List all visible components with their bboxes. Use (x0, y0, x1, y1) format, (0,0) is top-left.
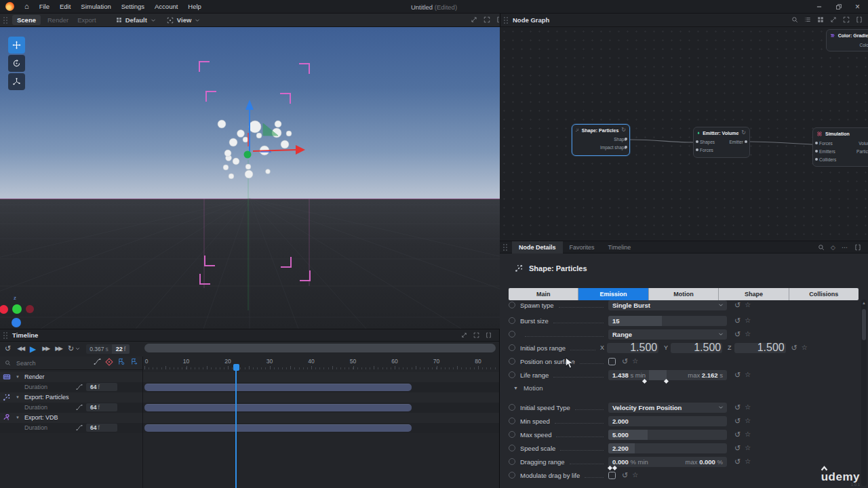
marker-arrow-icon[interactable] (130, 358, 138, 365)
panel-grip[interactable] (3, 331, 7, 339)
port-dot[interactable] (625, 138, 627, 140)
scroll-up-icon[interactable]: ▲ (861, 301, 867, 305)
track-bar[interactable] (144, 404, 412, 411)
port-dot[interactable] (815, 158, 818, 161)
menu-account[interactable]: Account (155, 3, 178, 10)
node-color-gradient[interactable]: Color: Gradient Color (826, 29, 868, 52)
initial-position-type-dropdown[interactable]: Range (608, 329, 727, 340)
list-icon[interactable] (804, 16, 811, 23)
panel-grip[interactable] (503, 16, 508, 24)
min-speed-input[interactable]: 2.000 (608, 416, 727, 426)
marker-link-icon[interactable] (117, 358, 125, 365)
minimize-button[interactable] (816, 3, 823, 10)
maximize-icon[interactable] (854, 244, 861, 251)
view-dropdown[interactable]: View (167, 16, 200, 24)
tab-timeline[interactable]: Timeline (601, 241, 638, 253)
port-dot[interactable] (745, 140, 747, 143)
tab-favorites[interactable]: Favorites (563, 241, 601, 253)
time-display[interactable]: 0.367s (86, 344, 112, 354)
reset-icon[interactable]: ↺ (734, 445, 741, 452)
favorite-star-icon[interactable]: ☆ (802, 344, 808, 351)
track-bar[interactable] (144, 384, 412, 391)
favorite-star-icon[interactable]: ☆ (745, 331, 751, 338)
panel-grip[interactable] (502, 243, 507, 251)
close-button[interactable]: × (855, 3, 860, 11)
favorite-star-icon[interactable]: ☆ (632, 472, 638, 479)
keyframe-dot[interactable] (509, 331, 515, 338)
reset-icon[interactable]: ↺ (622, 472, 628, 479)
speed-scale-input[interactable]: 2.200 (608, 443, 727, 453)
keyframe-dot[interactable] (509, 418, 515, 424)
reset-icon[interactable]: ↺ (734, 317, 741, 325)
node-refresh-icon[interactable]: ↻ (741, 130, 746, 136)
pos-range-x-input[interactable]: 1.500 (607, 343, 658, 353)
axis-x-neg-ball[interactable] (26, 305, 34, 313)
menu-simulation[interactable]: Simulation (81, 3, 111, 10)
life-range-slider[interactable]: 1.438 s min max 2.162 s (608, 370, 727, 380)
reset-icon[interactable]: ↺ (622, 358, 628, 365)
track-row-render[interactable]: ▼ Render (0, 372, 500, 382)
modulate-drag-checkbox[interactable] (608, 472, 616, 479)
layout-dropdown[interactable]: Default (116, 16, 156, 24)
range-max-handle[interactable] (664, 378, 669, 383)
keyframe-dot[interactable] (509, 371, 515, 378)
keyframe-dot[interactable] (509, 317, 515, 324)
reset-icon[interactable]: ↺ (734, 371, 741, 379)
viewport-canvas[interactable] (0, 27, 500, 329)
tab-node-details[interactable]: Node Details (512, 241, 563, 253)
reset-icon[interactable]: ↺ (734, 302, 741, 309)
axis-y-ball[interactable] (12, 304, 22, 314)
reset-icon[interactable]: ↺ (734, 331, 741, 338)
favorite-star-icon[interactable]: ☆ (745, 418, 751, 424)
fast-forward-button[interactable]: ▶▶ (55, 346, 62, 352)
axis-z-ball[interactable] (12, 318, 21, 327)
timeline-ruler[interactable]: 0 10 20 30 40 50 60 70 80 (144, 357, 496, 370)
burst-size-input[interactable]: 15 (608, 316, 727, 326)
search-icon[interactable] (791, 16, 798, 23)
track-row-export-vdb[interactable]: ▼ Export: VDB (0, 413, 500, 423)
duration-input[interactable]: 64f (86, 424, 117, 432)
scale-tool-button[interactable] (8, 73, 25, 90)
keyframe-dot[interactable] (509, 458, 515, 465)
node-graph-canvas[interactable]: Color: Gradient Color Shape: Particles ↻… (500, 27, 868, 241)
keyframe-dot[interactable] (509, 445, 515, 451)
reset-icon[interactable]: ↺ (734, 418, 741, 425)
step-forward-button[interactable]: ▶▶ (42, 346, 49, 352)
spawn-type-dropdown[interactable]: Single Burst (608, 300, 727, 310)
pos-range-z-input[interactable]: 1.500 (734, 343, 786, 353)
reset-icon[interactable]: ↺ (734, 458, 741, 466)
menu-settings[interactable]: Settings (121, 3, 144, 10)
pos-range-y-input[interactable]: 1.500 (671, 343, 722, 353)
tab-motion[interactable]: Motion (649, 288, 719, 300)
initial-speed-type-dropdown[interactable]: Velocity From Position (608, 403, 727, 413)
node-simulation[interactable]: Simulation Forces Volume Emitters Partic… (812, 127, 868, 167)
favorite-diamond-icon[interactable]: ◇ (831, 244, 835, 251)
favorite-star-icon[interactable]: ☆ (632, 358, 638, 365)
range-min-handle[interactable] (642, 378, 647, 383)
motion-section-header[interactable]: ▼ Motion (513, 384, 542, 392)
favorite-star-icon[interactable]: ☆ (745, 445, 751, 451)
menu-help[interactable]: Help (188, 3, 201, 10)
duration-input[interactable]: 64f (86, 403, 117, 411)
timeline-scrubber[interactable] (144, 344, 496, 352)
node-refresh-icon[interactable]: ↻ (621, 127, 626, 133)
keyframe-dot[interactable] (509, 344, 515, 351)
popout-icon[interactable] (830, 16, 837, 23)
menu-edit[interactable]: Edit (60, 3, 71, 10)
curve-icon[interactable] (76, 404, 83, 411)
port-dot[interactable] (696, 148, 698, 151)
favorite-star-icon[interactable]: ☆ (745, 302, 751, 308)
tab-emission[interactable]: Emission (578, 288, 648, 300)
keyframe-dot[interactable] (509, 472, 515, 479)
port-dot[interactable] (815, 142, 818, 144)
port-dot[interactable] (815, 150, 818, 152)
play-button[interactable]: ▶ (30, 345, 36, 353)
search-input[interactable] (15, 359, 92, 367)
favorite-star-icon[interactable]: ☆ (745, 317, 751, 324)
favorite-star-icon[interactable]: ☆ (745, 431, 751, 438)
skip-back-button[interactable]: ◀◀ (17, 346, 24, 352)
app-logo-flame-icon[interactable] (5, 2, 14, 11)
favorite-star-icon[interactable]: ☆ (745, 371, 751, 378)
tab-render[interactable]: Render (47, 16, 68, 24)
menu-file[interactable]: File (39, 3, 50, 10)
